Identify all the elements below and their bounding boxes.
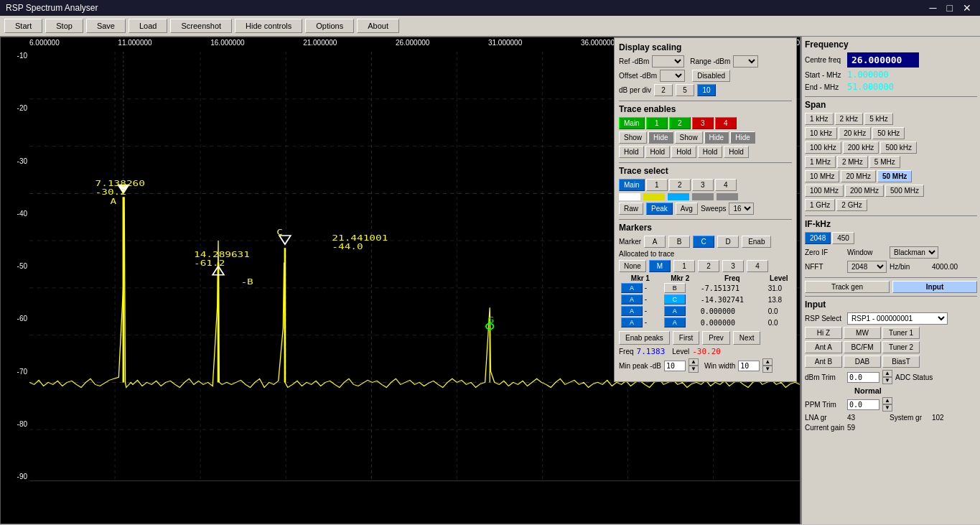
trace-2-button[interactable]: 2 xyxy=(669,117,691,129)
trace-sel-1-button[interactable]: 1 xyxy=(646,179,668,191)
about-button[interactable]: About xyxy=(357,19,399,33)
hold-1-button[interactable]: Hold xyxy=(645,146,671,158)
span-200khz-button[interactable]: 200 kHz xyxy=(843,141,879,154)
hide-3-button[interactable]: Hide xyxy=(704,131,729,144)
win-width-input[interactable] xyxy=(738,361,760,371)
ppm-trim-up[interactable]: ▲ xyxy=(882,397,892,404)
bc-fm-button[interactable]: BC/FM xyxy=(844,341,881,353)
span-100mhz-button[interactable]: 100 MHz xyxy=(805,185,844,197)
alloc-4-button[interactable]: 4 xyxy=(747,260,768,272)
input-button[interactable]: Input xyxy=(892,281,977,293)
peak-button[interactable]: Peak xyxy=(646,203,673,215)
load-button[interactable]: Load xyxy=(129,19,167,33)
range-dbm-select[interactable] xyxy=(733,55,758,68)
span-1khz-button[interactable]: 1 kHz xyxy=(805,113,834,125)
ant-a-button[interactable]: Ant A xyxy=(805,341,842,353)
db-2-button[interactable]: 2 xyxy=(654,84,673,96)
db-10-button[interactable]: 10 xyxy=(697,84,716,96)
span-50mhz-button[interactable]: 50 MHz xyxy=(877,170,912,182)
ref-dbm-select[interactable] xyxy=(652,55,684,68)
hide-controls-button[interactable]: Hide controls xyxy=(235,19,302,33)
row3-m1-btn[interactable]: A xyxy=(621,306,643,316)
centre-freq-value[interactable]: 26.000000 xyxy=(847,52,919,68)
trace-4-button[interactable]: 4 xyxy=(715,117,737,129)
span-10mhz-button[interactable]: 10 MHz xyxy=(805,170,839,182)
trace-3-button[interactable]: 3 xyxy=(692,117,714,129)
dbm-trim-input[interactable] xyxy=(847,372,879,383)
row2-m2-btn[interactable]: C xyxy=(664,294,686,305)
span-2ghz-button[interactable]: 2 GHz xyxy=(836,199,867,211)
row4-m2-btn[interactable]: A xyxy=(664,317,686,327)
show-main-button[interactable]: Show xyxy=(619,131,647,144)
next-button[interactable]: Next xyxy=(733,331,761,345)
row2-m1-btn[interactable]: A xyxy=(621,294,643,305)
track-gen-button[interactable]: Track gen xyxy=(805,281,890,293)
db-5-button[interactable]: 5 xyxy=(676,84,694,96)
start-mhz-value[interactable]: 1.000000 xyxy=(847,70,889,80)
span-10khz-button[interactable]: 10 kHz xyxy=(805,127,837,139)
tuner1-button[interactable]: Tuner 1 xyxy=(882,327,920,339)
hold-4-button[interactable]: Hold xyxy=(724,146,749,158)
offset-dbm-select[interactable] xyxy=(660,70,685,82)
alloc-1-button[interactable]: 1 xyxy=(673,260,695,272)
min-peak-down[interactable]: ▼ xyxy=(689,366,699,373)
dbm-trim-down[interactable]: ▼ xyxy=(882,377,892,384)
sweeps-select[interactable]: 16 xyxy=(729,203,754,215)
span-5mhz-button[interactable]: 5 MHz xyxy=(869,156,900,168)
span-500khz-button[interactable]: 500 kHz xyxy=(880,141,917,154)
span-20mhz-button[interactable]: 20 MHz xyxy=(841,170,875,182)
if-2048-button[interactable]: 2048 xyxy=(805,232,831,244)
win-width-up[interactable]: ▲ xyxy=(762,358,773,366)
min-peak-up[interactable]: ▲ xyxy=(689,358,699,366)
trace-sel-2-button[interactable]: 2 xyxy=(669,179,691,191)
prev-button[interactable]: Prev xyxy=(702,331,730,345)
bias-t-button[interactable]: BiasT xyxy=(882,356,920,368)
span-1mhz-button[interactable]: 1 MHz xyxy=(805,156,836,168)
if-450-button[interactable]: 450 xyxy=(832,232,854,244)
dbm-trim-up[interactable]: ▲ xyxy=(882,370,892,377)
span-2mhz-button[interactable]: 2 MHz xyxy=(837,156,868,168)
maximize-button[interactable]: □ xyxy=(944,2,956,14)
alloc-none-button[interactable]: None xyxy=(619,260,646,272)
alloc-2-button[interactable]: 2 xyxy=(698,260,719,272)
span-50khz-button[interactable]: 50 kHz xyxy=(872,127,905,139)
row1-m2-btn[interactable]: B xyxy=(664,283,686,293)
hold-3-button[interactable]: Hold xyxy=(698,146,723,158)
dab-button[interactable]: DAB xyxy=(844,356,881,368)
mw-button[interactable]: MW xyxy=(844,327,881,339)
raw-button[interactable]: Raw xyxy=(619,203,643,215)
hold-main-button[interactable]: Hold xyxy=(619,146,644,158)
minimize-button[interactable]: ─ xyxy=(927,2,940,14)
ppm-trim-down[interactable]: ▼ xyxy=(882,404,892,412)
trace-sel-3-button[interactable]: 3 xyxy=(692,179,714,191)
trace-main-button[interactable]: Main xyxy=(619,117,645,129)
hi-z-button[interactable]: Hi Z xyxy=(805,327,842,339)
trace-1-button[interactable]: 1 xyxy=(646,117,668,129)
min-peak-input[interactable] xyxy=(664,361,686,371)
ppm-trim-input[interactable] xyxy=(847,399,879,410)
close-button[interactable]: ✕ xyxy=(960,2,974,14)
stop-button[interactable]: Stop xyxy=(45,19,83,33)
win-width-down[interactable]: ▼ xyxy=(762,366,773,373)
span-20khz-button[interactable]: 20 kHz xyxy=(839,127,871,139)
span-2khz-button[interactable]: 2 kHz xyxy=(835,113,864,125)
span-1ghz-button[interactable]: 1 GHz xyxy=(805,199,835,211)
enab-peaks-button[interactable]: Enab peaks xyxy=(619,331,670,345)
show-2-button[interactable]: Show xyxy=(675,131,703,144)
window-select[interactable]: Blackman Hann Flat-top xyxy=(890,246,938,259)
enab-button[interactable]: Enab xyxy=(742,236,771,248)
marker-b-button[interactable]: B xyxy=(668,236,690,248)
tuner2-button[interactable]: Tuner 2 xyxy=(882,341,920,353)
row3-m2-btn[interactable]: A xyxy=(664,306,686,316)
row4-m1-btn[interactable]: A xyxy=(621,317,643,327)
trace-sel-4-button[interactable]: 4 xyxy=(715,179,737,191)
hide-4-button[interactable]: Hide xyxy=(730,131,755,144)
rsp-select-dropdown[interactable]: RSP1 - 000000001 xyxy=(847,312,948,325)
avg-button[interactable]: Avg xyxy=(676,203,698,215)
save-button[interactable]: Save xyxy=(86,19,126,33)
options-button[interactable]: Options xyxy=(305,19,354,33)
alloc-3-button[interactable]: 3 xyxy=(722,260,744,272)
marker-c-button[interactable]: C xyxy=(693,236,714,248)
start-button[interactable]: Start xyxy=(4,19,42,33)
nfft-select[interactable]: 2048 4096 1024 xyxy=(847,261,887,273)
